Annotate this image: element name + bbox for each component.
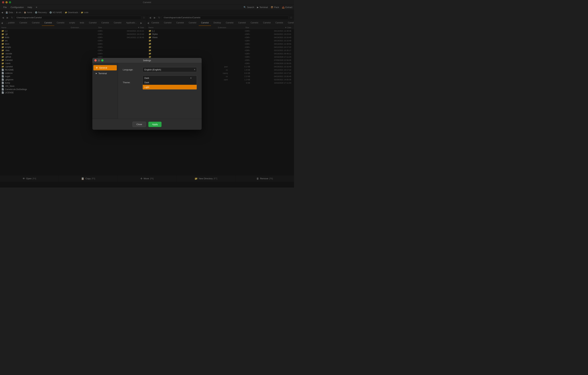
- dialog-overlay: Settings ⚙ General ▶ Terminal Language:: [0, 0, 294, 188]
- dialog-max-btn[interactable]: [101, 59, 104, 62]
- dialog-close-btn[interactable]: [94, 59, 97, 62]
- dialog-title: Settings: [143, 59, 151, 62]
- dialog-body: ⚙ General ▶ Terminal Language: English (…: [92, 63, 202, 119]
- dialog-titlebar: Settings: [92, 58, 202, 63]
- dialog-min-btn[interactable]: [98, 59, 100, 62]
- terminal-prompt-icon: ▶: [96, 72, 97, 75]
- settings-general-tab[interactable]: ⚙ General: [93, 65, 117, 70]
- language-setting-row: Language: English (English) ▾: [123, 67, 197, 72]
- theme-label: Theme:: [123, 81, 140, 84]
- language-control: English (English) ▾: [143, 67, 197, 72]
- settings-terminal-tab[interactable]: ▶ Terminal: [93, 71, 117, 76]
- theme-current-value: Dark: [145, 77, 149, 79]
- language-label: Language:: [123, 68, 140, 71]
- theme-dropdown-arrow: ▾: [190, 77, 191, 79]
- dialog-footer: Close Apply: [92, 119, 202, 130]
- language-select[interactable]: English (English): [143, 67, 197, 72]
- dialog-close-button[interactable]: Close: [133, 122, 146, 127]
- theme-option-light[interactable]: Light: [143, 85, 197, 89]
- dialog-window-controls[interactable]: [94, 59, 104, 62]
- dialog-apply-button[interactable]: Apply: [148, 122, 161, 127]
- theme-control: Dark ▾ Dark Light: [143, 76, 197, 89]
- theme-select-header[interactable]: Dark ▾: [143, 76, 197, 80]
- theme-setting-row: Theme: Dark ▾ Dark Light: [123, 76, 197, 89]
- dialog-content: Language: English (English) ▾ Theme:: [118, 63, 202, 119]
- dialog-sidebar: ⚙ General ▶ Terminal: [92, 63, 118, 119]
- theme-dropdown: Dark Light: [143, 80, 197, 89]
- theme-option-dark[interactable]: Dark: [143, 80, 197, 85]
- gear-icon: ⚙: [96, 66, 98, 69]
- settings-dialog: Settings ⚙ General ▶ Terminal Language:: [92, 58, 202, 130]
